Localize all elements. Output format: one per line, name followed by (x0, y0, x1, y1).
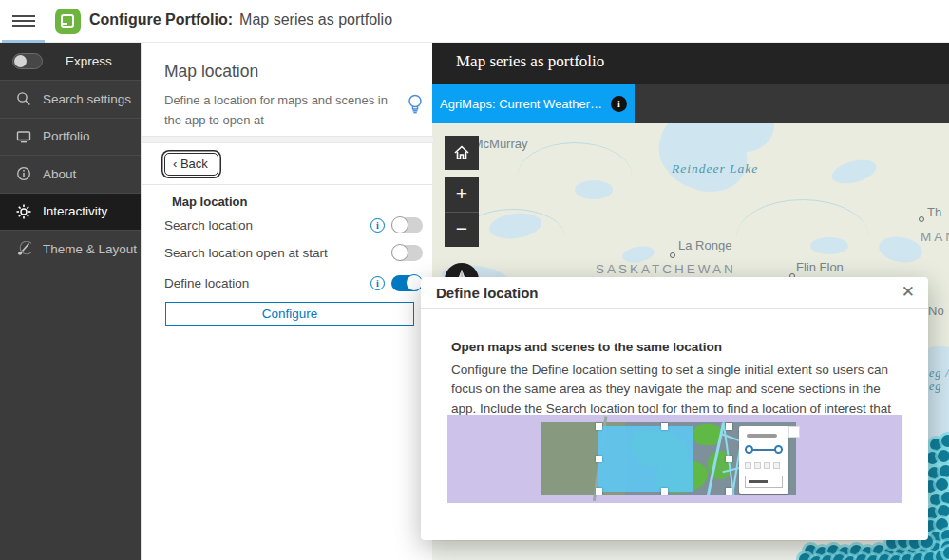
tab-info-icon[interactable]: i (611, 96, 627, 112)
map-label-reindeer-lake: Reindeer Lake (672, 161, 758, 177)
preview-title-bar: Map series as portfolio (432, 43, 949, 84)
gear-icon (16, 204, 31, 219)
illustration-zoom-badge (788, 426, 800, 438)
illustration-settings-card (739, 426, 788, 494)
page-title-app: Configure Portfolio: (89, 11, 233, 28)
tab-agrimaps-current-weather[interactable]: AgriMaps: Current Weather… i (432, 84, 635, 123)
extent-selection-box[interactable] (598, 426, 730, 492)
active-menu-indicator (2, 40, 45, 43)
sidebar: Express Search settings Portfolio About … (0, 43, 141, 560)
sidebar-item-interactivity[interactable]: Interactivity (0, 193, 141, 231)
tab-label: AgriMaps: Current Weather… (440, 97, 602, 111)
sidebar-item-label: About (43, 167, 76, 181)
express-label: Express (66, 54, 112, 68)
preview-app-title: Map series as portfolio (456, 52, 604, 71)
setting-row-search-location: Search location i (164, 215, 423, 234)
info-icon[interactable]: i (370, 218, 385, 233)
map-label-manitoba-partial: MAN (921, 230, 949, 244)
search-open-start-toggle[interactable] (391, 245, 423, 261)
dialog-heading: Open maps and scenes to the same locatio… (451, 340, 722, 354)
illustration-slider (745, 445, 783, 455)
setting-label: Search location (164, 218, 370, 233)
sidebar-item-label: Search settings (43, 92, 131, 106)
zoom-out-button[interactable]: − (445, 213, 479, 247)
panel-description: Define a location for maps and scenes in… (164, 90, 402, 131)
section-title: Map location (172, 195, 247, 209)
sidebar-item-label: Portfolio (43, 129, 90, 143)
lake-shape (829, 156, 879, 188)
map-label-la-ronge: La Ronge (678, 238, 731, 252)
sidebar-item-portfolio[interactable]: Portfolio (0, 118, 141, 156)
lake-shape (877, 233, 924, 266)
map-label-winnipeg-partial-2: eg (929, 380, 941, 394)
sidebar-item-label: Interactivity (43, 204, 107, 218)
search-location-toggle[interactable] (391, 217, 423, 233)
search-icon (16, 91, 31, 106)
illustration-map-thumbnail (541, 422, 796, 495)
preview-tab-bar: AgriMaps: Current Weather… i (432, 84, 949, 123)
define-location-dialog: Define location ✕ Open maps and scenes t… (421, 277, 928, 540)
city-marker-thompson (919, 216, 924, 222)
define-location-illustration (447, 415, 902, 503)
express-toggle-row[interactable]: Express (0, 43, 141, 80)
sidebar-item-search-settings[interactable]: Search settings (0, 80, 141, 118)
panel-divider-band (142, 136, 433, 143)
map-label-saskatchewan: SASKATCHEWAN (596, 262, 736, 276)
panel-title: Map location (164, 62, 258, 82)
setting-row-search-open-start: Search location open at start (164, 243, 423, 262)
setting-label: Define location (164, 276, 370, 290)
zoom-controls: + − (445, 177, 479, 247)
instant-apps-logo-icon (55, 9, 81, 34)
page-title: Configure Portfolio:Map series as portfo… (89, 11, 392, 28)
hamburger-menu-icon[interactable] (12, 12, 35, 29)
zoom-in-button[interactable]: + (445, 177, 479, 212)
about-info-icon (16, 166, 31, 181)
tip-lightbulb-icon[interactable] (406, 93, 425, 120)
home-button[interactable] (445, 136, 479, 170)
top-bar: Configure Portfolio:Map series as portfo… (0, 0, 949, 43)
define-location-toggle[interactable] (391, 275, 423, 291)
configure-button[interactable]: Configure (165, 302, 414, 326)
theme-brush-icon (16, 241, 31, 256)
page-title-item: Map series as portfolio (239, 11, 392, 28)
sidebar-item-theme-layout[interactable]: Theme & Layout (0, 230, 141, 268)
portfolio-icon (16, 129, 31, 144)
map-label-flin-flon: Flin Flon (796, 260, 844, 274)
sidebar-item-label: Theme & Layout (43, 242, 137, 256)
sidebar-item-about[interactable]: About (0, 155, 141, 193)
close-icon[interactable]: ✕ (902, 283, 915, 302)
app-window: Configure Portfolio:Map series as portfo… (0, 0, 949, 560)
back-button[interactable]: ‹ Back (164, 153, 218, 176)
map-label-winnipeg-partial-1: eg / (929, 366, 949, 381)
settings-panel: Map location Define a location for maps … (141, 43, 432, 560)
dialog-header: Define location ✕ (421, 277, 928, 309)
dialog-title: Define location (436, 285, 539, 301)
setting-row-define-location: Define location i (164, 273, 423, 292)
setting-label: Search location open at start (164, 246, 391, 260)
express-toggle[interactable] (12, 53, 43, 69)
map-label-thompson-partial: Th (927, 205, 941, 219)
city-marker-la-ronge (670, 252, 675, 258)
panel-divider (142, 184, 433, 185)
info-icon[interactable]: i (370, 276, 385, 290)
river-line (518, 142, 632, 209)
home-icon (453, 144, 470, 161)
map-label-norway-house-partial: No (928, 304, 944, 318)
